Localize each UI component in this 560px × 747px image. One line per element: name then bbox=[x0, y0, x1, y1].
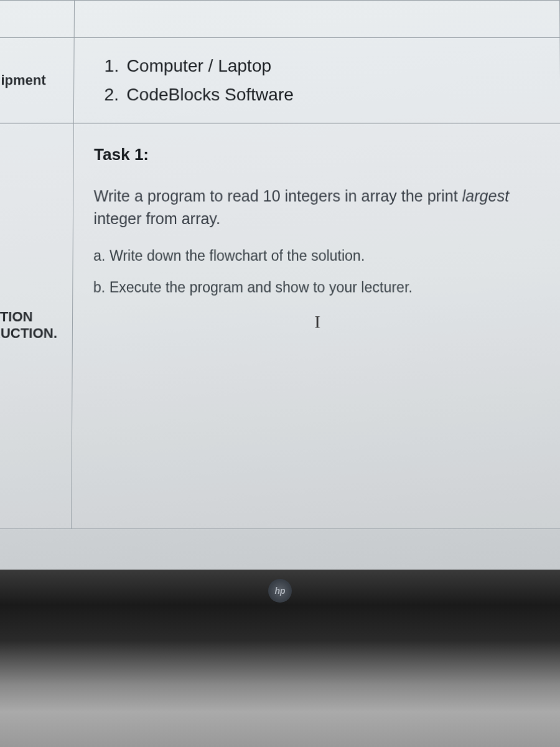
task-block: Task 1: Write a program to read 10 integ… bbox=[88, 136, 547, 342]
document-screen: uipment 1. Computer / Laptop 2. CodeBloc… bbox=[0, 0, 560, 581]
list-number: 1. bbox=[105, 53, 122, 79]
task-body-suffix: integer from array. bbox=[93, 210, 220, 227]
task-body: Write a program to read 10 integers in a… bbox=[93, 184, 541, 230]
equipment-content-cell: 1. Computer / Laptop 2. CodeBlocks Softw… bbox=[74, 38, 560, 124]
document-table: uipment 1. Computer / Laptop 2. CodeBloc… bbox=[0, 0, 560, 529]
table-row: uipment 1. Computer / Laptop 2. CodeBloc… bbox=[0, 38, 560, 124]
list-text: Computer / Laptop bbox=[127, 56, 271, 75]
task-body-prefix: Write a program to read 10 integers in a… bbox=[94, 187, 462, 204]
equipment-label-cell: uipment bbox=[0, 38, 74, 124]
sub-item-a: a. Write down the flowchart of the solut… bbox=[93, 245, 541, 266]
instruction-label-line2: RUCTION. bbox=[0, 325, 57, 341]
text-cursor-icon: I bbox=[93, 309, 542, 336]
sub-item-b: b. Execute the program and show to your … bbox=[93, 277, 542, 298]
list-number: 2. bbox=[104, 82, 121, 108]
instruction-label-line1: STION bbox=[0, 308, 57, 324]
task-body-italic: largest bbox=[462, 187, 510, 204]
table-row bbox=[0, 0, 560, 37]
equipment-label: uipment bbox=[0, 72, 46, 88]
list-item: 2. CodeBlocks Software bbox=[104, 82, 545, 108]
list-text: CodeBlocks Software bbox=[126, 85, 293, 104]
instruction-content-cell: Task 1: Write a program to read 10 integ… bbox=[72, 123, 560, 529]
task-title: Task 1: bbox=[94, 143, 541, 167]
table-row: STION RUCTION. Task 1: Write a program t… bbox=[0, 123, 560, 529]
logo-text: hp bbox=[274, 586, 285, 596]
list-item: 1. Computer / Laptop bbox=[105, 53, 545, 79]
hp-logo-icon: hp bbox=[268, 579, 292, 603]
instruction-label-cell: STION RUCTION. bbox=[0, 123, 74, 529]
equipment-list: 1. Computer / Laptop 2. CodeBlocks Softw… bbox=[89, 53, 545, 108]
